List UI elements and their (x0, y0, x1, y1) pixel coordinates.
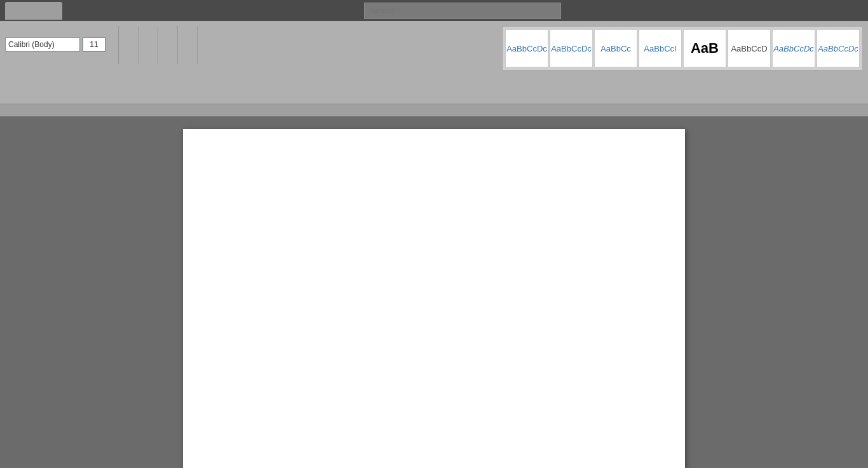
title-bar: Search (0, 0, 868, 21)
ribbon-divider-1 (118, 26, 119, 64)
font-size-value: 11 (90, 40, 98, 49)
style-item-1[interactable]: AaBbCcDc (505, 29, 548, 67)
ribbon: Calibri (Body) 11 AaBbCcDcAaBbCcDcAaBbCc… (0, 21, 868, 104)
ribbon-font-controls: Calibri (Body) 11 (5, 24, 198, 64)
style-item-4[interactable]: AaBbCcI (639, 29, 682, 67)
style-item-2[interactable]: AaBbCcDc (550, 29, 593, 67)
font-name-selector[interactable]: Calibri (Body) (5, 38, 80, 52)
search-wrapper[interactable]: Search (364, 3, 561, 19)
app-tab[interactable] (5, 2, 62, 20)
style-item-5[interactable]: AaB (683, 29, 726, 67)
search-area: Search (62, 3, 863, 19)
style-item-8[interactable]: AaBbCcDc (817, 29, 860, 67)
font-name-value: Calibri (Body) (8, 40, 55, 49)
style-item-7[interactable]: AaBbCcDc (772, 29, 815, 67)
style-item-3[interactable]: AaBbCc (594, 29, 637, 67)
ribbon-divider-3 (158, 26, 158, 64)
search-input[interactable]: Search (370, 6, 555, 15)
document-page[interactable] (183, 129, 685, 468)
ribbon-divider-2 (138, 26, 139, 64)
ribbon-divider-4 (177, 26, 178, 64)
document-area (0, 116, 868, 468)
ribbon-dividers (118, 25, 198, 64)
ruler (0, 104, 868, 116)
ribbon-divider-5 (197, 26, 198, 64)
styles-panel: AaBbCcDcAaBbCcDcAaBbCcAaBbCcIAaBAaBbCcDA… (502, 26, 863, 71)
style-item-6[interactable]: AaBbCcD (728, 29, 771, 67)
font-size-selector[interactable]: 11 (83, 38, 105, 52)
